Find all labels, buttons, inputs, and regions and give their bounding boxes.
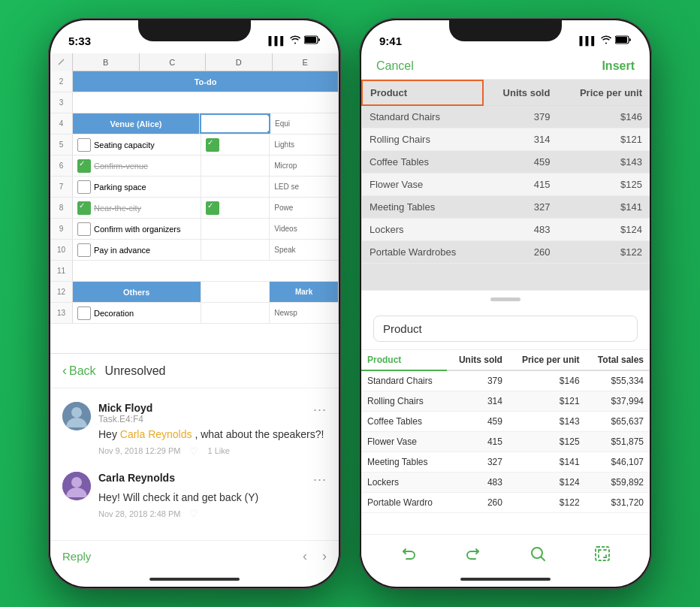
comments-title: Unresolved	[105, 364, 166, 378]
prev-button[interactable]: ‹	[303, 548, 307, 564]
comment-text-2: Hey! Will check it and get back (Y)	[98, 491, 327, 506]
phone-1: 5:33 ▌▌▌ B C	[48, 18, 341, 589]
bottom-header-price: Price per unit	[508, 350, 586, 370]
sheet-row-8[interactable]: 8 Near-the-city Powe	[50, 198, 339, 219]
home-indicator-2	[361, 572, 650, 587]
near-city-cell[interactable]: Near-the-city	[73, 198, 201, 218]
table-row: Flower Vase 415 $125 $51,875	[361, 432, 650, 452]
top-table-body: Standard Chairs 379 $146 Rolling Chairs …	[362, 105, 650, 264]
signal-icon-1: ▌▌▌	[269, 36, 286, 45]
todo-header-cell[interactable]: To-do	[73, 71, 339, 92]
mark-cell[interactable]: Mark	[270, 282, 339, 302]
editor-nav: Cancel Insert	[361, 53, 650, 80]
top-table-header-row: Product Units sold Price per unit	[362, 80, 650, 105]
undo-button[interactable]	[395, 540, 422, 567]
drag-bar[interactable]	[361, 290, 650, 308]
search-button[interactable]	[524, 540, 551, 567]
sheet-row-4[interactable]: 4 Venue (Alice) Equi	[50, 113, 339, 134]
column-headers: B C D E	[50, 53, 339, 71]
status-icons-2: ▌▌▌	[580, 35, 632, 46]
bottom-table-header-row: Product Units sold Price per unit Total …	[361, 350, 650, 370]
comment-more-2[interactable]: ···	[313, 472, 327, 488]
battery-icon-2	[615, 35, 632, 46]
drag-pill	[490, 297, 520, 301]
sheet-row-5[interactable]: 5 Seating capacity Lights	[50, 134, 339, 156]
comment-more-1[interactable]: ···	[313, 402, 327, 418]
sheet-row-6[interactable]: 6 Confirm-venue Microp	[50, 156, 339, 177]
seating-cell[interactable]: Seating capacity	[73, 134, 201, 155]
confirm-org-cell[interactable]: Confirm with organizers	[73, 219, 201, 239]
comment-author-2: Carla Reynolds	[98, 472, 175, 484]
sheet-row-12[interactable]: 12 Others Mark	[50, 282, 339, 303]
comment-meta-1: Nov 9, 2018 12:29 PM ♡ 1 Like	[98, 445, 327, 457]
notch-1	[138, 20, 251, 41]
comment-list: Mick Floyd Task.E4:F4 ··· Hey Carla Reyn…	[50, 388, 339, 540]
decoration-cell[interactable]: Decoration	[73, 303, 201, 323]
like-count-1: 1 Like	[207, 446, 229, 455]
next-button[interactable]: ›	[322, 548, 327, 564]
insert-button[interactable]: Insert	[602, 59, 635, 73]
heart-icon-2[interactable]: ♡	[189, 508, 198, 519]
svg-rect-7	[616, 37, 627, 43]
comment-item-2: Carla Reynolds ··· Hey! Will check it an…	[50, 464, 339, 527]
phone-2: 9:41 ▌▌▌ Cancel Insert	[359, 18, 652, 589]
bottom-header-sales: Total sales	[586, 350, 650, 370]
table-row: Lockers 483 $124	[362, 219, 650, 241]
comments-footer: Reply ‹ ›	[50, 540, 339, 572]
reply-button[interactable]: Reply	[62, 550, 91, 563]
spreadsheet-area[interactable]: B C D E 2 To-do 3 4 Venue	[50, 53, 339, 354]
bottom-header-product: Product	[361, 350, 447, 370]
pay-advance-cell[interactable]: Pay in advance	[73, 240, 201, 260]
wifi-icon-1	[290, 35, 300, 46]
table-row: Coffee Tables 459 $143	[362, 151, 650, 174]
comment-body-1: Mick Floyd Task.E4:F4 ··· Hey Carla Reyn…	[98, 402, 327, 457]
col-d: D	[206, 53, 273, 71]
near-check-cell[interactable]	[201, 198, 270, 218]
notch-2	[449, 20, 562, 41]
comment-header-2: Carla Reynolds ···	[98, 472, 327, 488]
cancel-button[interactable]: Cancel	[376, 59, 414, 73]
venue-cell[interactable]: Venue (Alice)	[73, 113, 200, 134]
status-icons-1: ▌▌▌	[269, 35, 321, 46]
comment-time-1: Nov 9, 2018 12:29 PM	[98, 446, 180, 455]
sheet-row-13[interactable]: 13 Decoration Newsp	[50, 303, 339, 324]
parking-cell[interactable]: Parking space	[73, 177, 201, 197]
home-indicator-1	[50, 572, 339, 587]
confirm-venue-cell[interactable]: Confirm-venue	[73, 156, 201, 176]
redo-button[interactable]	[460, 540, 487, 567]
back-chevron-icon: ‹	[62, 363, 67, 379]
expand-button[interactable]	[589, 540, 616, 567]
sheet-row-7[interactable]: 7 Parking space LED se	[50, 177, 339, 198]
others-cell[interactable]: Others	[73, 282, 201, 302]
sheet-row-10[interactable]: 10 Pay in advance Speak	[50, 240, 339, 261]
comment-author-1: Mick Floyd	[98, 402, 152, 414]
sheet-row-9[interactable]: 9 Confirm with organizers Videos	[50, 219, 339, 240]
top-table-container[interactable]: Product Units sold Price per unit Standa…	[361, 80, 650, 290]
bottom-table-container[interactable]: Product Units sold Price per unit Total …	[361, 350, 650, 534]
bottom-table: Product Units sold Price per unit Total …	[361, 350, 650, 513]
back-label[interactable]: Back	[69, 364, 96, 378]
top-table: Product Units sold Price per unit Standa…	[361, 80, 650, 264]
col-e: E	[273, 53, 339, 71]
comment-task-1: Task.E4:F4	[98, 414, 152, 424]
bottom-table-body: Standard Chairs 379 $146 $55,334 Rolling…	[361, 370, 650, 513]
signal-icon-2: ▌▌▌	[580, 36, 597, 45]
heart-icon-1[interactable]: ♡	[189, 445, 198, 457]
back-button[interactable]: ‹ Back	[62, 363, 96, 379]
top-header-product: Product	[362, 80, 483, 105]
svg-rect-10	[596, 547, 609, 560]
comment-time-2: Nov 28, 2018 2:48 PM	[98, 509, 180, 518]
seating-check-cell[interactable]	[201, 134, 270, 155]
sheet-row-2[interactable]: 2 To-do	[50, 71, 339, 92]
svg-point-3	[71, 407, 82, 418]
search-input[interactable]	[373, 316, 638, 342]
comment-body-2: Carla Reynolds ··· Hey! Will check it an…	[98, 472, 327, 520]
corner-cell	[50, 53, 73, 71]
sheet-row-3[interactable]: 3	[50, 92, 339, 113]
table-row: Rolling Chairs 314 $121 $37,994	[361, 391, 650, 412]
equip-cell[interactable]: Equi	[270, 113, 339, 134]
time-1: 5:33	[68, 35, 91, 47]
comments-section: ‹ Back Unresolved	[50, 354, 339, 572]
selected-cell[interactable]	[200, 113, 270, 134]
table-row: Rolling Chairs 314 $121	[362, 128, 650, 151]
